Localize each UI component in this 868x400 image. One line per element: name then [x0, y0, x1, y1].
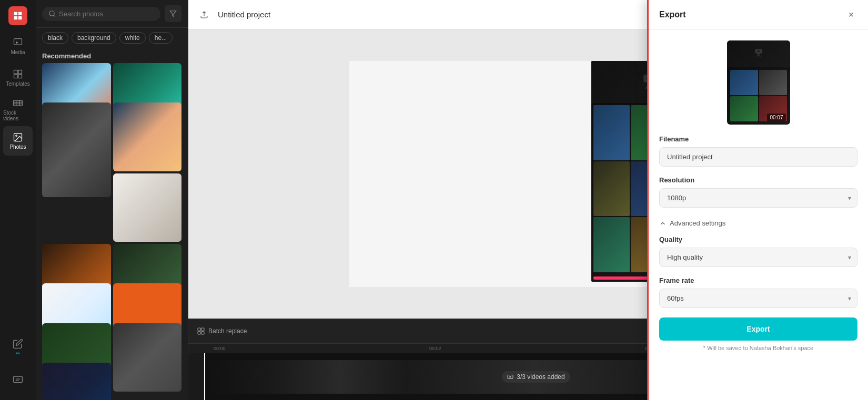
- section-title: Recommended: [36, 48, 188, 63]
- svg-point-7: [16, 135, 17, 137]
- photo-item-3[interactable]: [42, 102, 111, 197]
- ruler-mark-1: 00:02: [428, 346, 644, 351]
- svg-rect-0: [14, 39, 22, 45]
- sidebar-item-captions[interactable]: [3, 364, 33, 394]
- svg-rect-5: [14, 100, 23, 106]
- photo-item-5[interactable]: [113, 173, 182, 242]
- tags-row: black background white he...: [36, 28, 188, 48]
- svg-line-24: [759, 53, 760, 56]
- svg-rect-2: [18, 70, 22, 74]
- advanced-settings-toggle[interactable]: Advanced settings: [659, 217, 857, 229]
- sidebar-item-edit[interactable]: ✏: [3, 333, 33, 362]
- resolution-select-wrapper: 1080p 720p 480p 4K ▾: [659, 188, 857, 208]
- search-input-wrapper[interactable]: [42, 7, 160, 21]
- preview-time: 00:07: [767, 114, 785, 121]
- svg-line-23: [756, 53, 758, 56]
- playhead: [204, 353, 205, 400]
- svg-point-22: [757, 50, 760, 53]
- ruler-mark-0: 00:00: [213, 346, 428, 351]
- export-body: Filename Resolution 1080p 720p 480p 4K ▾: [649, 135, 868, 400]
- preview-thumbnail: 00:07: [727, 40, 790, 125]
- filter-icon: [169, 10, 177, 17]
- upload-icon[interactable]: [197, 7, 211, 22]
- svg-rect-19: [201, 332, 204, 334]
- framerate-group: Frame rate 60fps 30fps 24fps ▾: [659, 276, 857, 308]
- search-input[interactable]: [59, 10, 154, 18]
- chevron-up-icon: [659, 220, 667, 227]
- framerate-select[interactable]: 60fps 30fps 24fps: [659, 289, 857, 308]
- quality-select[interactable]: High quality Medium quality Low quality: [659, 248, 857, 267]
- export-panel-title: Export: [659, 10, 686, 19]
- main-content: Untitled project 100% Export N: [188, 0, 868, 400]
- save-notice: * Will be saved to Natasha Bokhari's spa…: [659, 345, 857, 357]
- left-panel: black background white he... Recommended: [36, 0, 188, 400]
- filename-label: Filename: [659, 135, 857, 143]
- search-bar: [36, 0, 188, 28]
- tag-white[interactable]: white: [119, 32, 146, 44]
- photo-item-12[interactable]: [42, 363, 111, 400]
- videos-added-label: 3/3 videos added: [517, 373, 564, 381]
- resolution-label: Resolution: [659, 176, 857, 184]
- tag-black[interactable]: black: [42, 32, 68, 44]
- sidebar: Media Templates Stock videos Photos ✏: [0, 0, 36, 400]
- quality-group: Quality High quality Medium quality Low …: [659, 235, 857, 267]
- batch-replace-icon: Batch replace: [197, 327, 247, 335]
- photo-item-11[interactable]: [113, 323, 182, 392]
- tag-more[interactable]: he...: [149, 32, 173, 44]
- svg-point-9: [49, 11, 54, 16]
- svg-marker-10: [170, 11, 176, 17]
- resolution-select[interactable]: 1080p 720p 480p 4K: [659, 188, 857, 208]
- video-badge-icon: [507, 374, 513, 380]
- svg-rect-20: [508, 375, 513, 378]
- quality-label: Quality: [659, 235, 857, 243]
- videos-added-badge: 3/3 videos added: [502, 371, 570, 383]
- app-logo[interactable]: [8, 6, 27, 25]
- svg-rect-16: [198, 328, 200, 331]
- tag-background[interactable]: background: [72, 32, 116, 44]
- export-action-button[interactable]: Export: [659, 317, 857, 341]
- svg-rect-18: [198, 332, 200, 334]
- sidebar-item-templates-label: Templates: [6, 81, 30, 87]
- quality-select-wrapper: High quality Medium quality Low quality …: [659, 248, 857, 267]
- svg-rect-17: [201, 328, 204, 331]
- framerate-select-wrapper: 60fps 30fps 24fps ▾: [659, 289, 857, 308]
- batch-icon-svg: [197, 327, 205, 335]
- sidebar-item-media[interactable]: Media: [3, 32, 33, 61]
- filter-button[interactable]: [165, 5, 181, 22]
- svg-rect-4: [18, 75, 22, 78]
- export-panel: Export ×: [647, 0, 868, 400]
- resolution-group: Resolution 1080p 720p 480p 4K ▾: [659, 176, 857, 208]
- sidebar-item-stock-videos-label: Stock videos: [3, 110, 33, 121]
- export-preview: 00:07: [649, 30, 868, 135]
- export-close-button[interactable]: ×: [845, 8, 857, 21]
- sidebar-item-stock-videos[interactable]: Stock videos: [3, 95, 33, 124]
- search-icon: [48, 10, 56, 17]
- filename-input[interactable]: [659, 147, 857, 167]
- photo-grid: [36, 63, 188, 400]
- filename-group: Filename: [659, 135, 857, 167]
- sidebar-item-media-label: Media: [11, 49, 25, 55]
- framerate-label: Frame rate: [659, 276, 857, 284]
- photo-item-4[interactable]: [113, 102, 182, 171]
- preview-camera-icon: [752, 47, 765, 60]
- svg-rect-8: [14, 376, 23, 383]
- batch-replace-label: Batch replace: [208, 327, 247, 335]
- advanced-settings-label: Advanced settings: [670, 219, 725, 227]
- project-name: Untitled project: [218, 10, 270, 19]
- track-label: 3/3 videos added: [502, 371, 570, 383]
- sidebar-item-photos[interactable]: Photos: [3, 126, 33, 156]
- export-panel-header: Export ×: [649, 0, 868, 30]
- svg-rect-3: [14, 75, 18, 78]
- svg-rect-1: [14, 70, 18, 74]
- sidebar-item-templates[interactable]: Templates: [3, 63, 33, 93]
- sidebar-item-photos-label: Photos: [9, 144, 26, 150]
